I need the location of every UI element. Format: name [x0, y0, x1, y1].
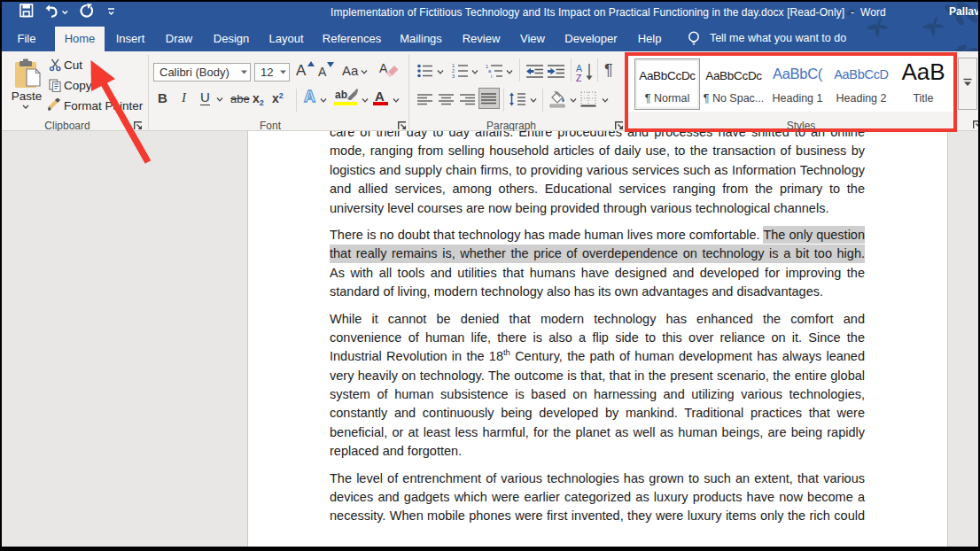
svg-text:A: A	[379, 61, 388, 75]
svg-text:Z: Z	[576, 73, 582, 81]
svg-text:3: 3	[452, 74, 455, 78]
svg-text:i: i	[491, 74, 492, 78]
